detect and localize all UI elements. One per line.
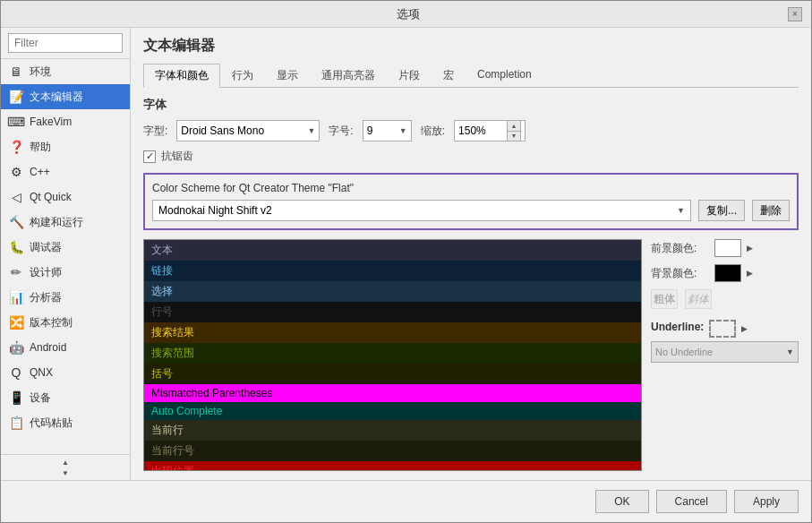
tab-4[interactable]: 片段	[387, 64, 432, 88]
tab-6[interactable]: Completion	[466, 64, 543, 88]
color-list-item[interactable]: 当前行	[144, 420, 641, 441]
font-select-arrow: ▼	[307, 126, 315, 135]
sidebar-label-qtquick: Qt Quick	[30, 191, 72, 203]
copy-button[interactable]: 复制...	[698, 200, 745, 221]
sidebar-label-android: Android	[30, 341, 66, 354]
tab-5[interactable]: 宏	[432, 64, 466, 88]
style-row: 粗体 斜体	[651, 289, 799, 309]
sidebar-icon-debugger: 🐛	[8, 239, 24, 255]
ok-button[interactable]: OK	[595, 490, 648, 513]
sidebar-item-cpp[interactable]: ⚙C++	[1, 159, 130, 184]
color-scheme-dropdown[interactable]: Modnokai Night Shift v2 ▼	[152, 200, 691, 221]
color-list-item[interactable]: 链接	[144, 261, 641, 281]
scroll-down-arrow[interactable]: ▼	[56, 467, 74, 478]
zoom-down[interactable]: ▼	[508, 132, 520, 141]
sidebar-label-text-editor: 文本编辑器	[30, 90, 83, 105]
color-list-item[interactable]: 搜索结果	[144, 322, 641, 343]
sidebar-item-clipboard[interactable]: 📋代码粘贴	[1, 410, 130, 435]
sidebar-label-analyzer: 分析器	[30, 290, 62, 305]
font-size-select[interactable]: 9 ▼	[363, 120, 412, 141]
color-list-item[interactable]: 出现位置	[144, 461, 641, 470]
filter-bar	[1, 28, 130, 59]
bold-button[interactable]: 粗体	[651, 289, 678, 309]
delete-button[interactable]: 删除	[752, 200, 790, 221]
tab-0[interactable]: 字体和颜色	[143, 64, 220, 88]
options-dialog: 选项 × 🖥环境📝文本编辑器⌨FakeVim❓帮助⚙C++◁Qt Quick🔨构…	[0, 0, 812, 523]
sidebar-label-cpp: C++	[30, 166, 50, 178]
color-list-item[interactable]: Auto Complete	[144, 402, 641, 420]
zoom-spinbox: ▲ ▼	[507, 120, 521, 141]
color-list-item[interactable]: 搜索范围	[144, 343, 641, 364]
right-panel: 前景颜色: ▶ 背景颜色: ▶ 粗体 斜体	[651, 239, 799, 471]
underline-select[interactable]: No Underline ▼	[651, 341, 799, 363]
sidebar-icon-analyzer: 📊	[8, 289, 24, 305]
antialias-row: ✓ 抗锯齿	[143, 149, 799, 164]
bg-color-swatch[interactable]	[714, 264, 741, 282]
sidebar-scroll: 🖥环境📝文本编辑器⌨FakeVim❓帮助⚙C++◁Qt Quick🔨构建和运行🐛…	[1, 59, 130, 454]
fg-arrow[interactable]: ▶	[747, 244, 753, 253]
sidebar-icon-cpp: ⚙	[8, 164, 24, 180]
zoom-label: 缩放:	[421, 124, 445, 139]
size-label: 字号:	[329, 124, 353, 139]
color-list-item[interactable]: 当前行号	[144, 441, 641, 461]
sidebar-icon-clipboard: 📋	[8, 415, 24, 431]
main-content: 文本编辑器 字体和颜色行为显示通用高亮器片段宏Completion 字体 字型:…	[131, 28, 811, 480]
sidebar-item-help[interactable]: ❓帮助	[1, 134, 130, 159]
font-type-select[interactable]: Droid Sans Mono ▼	[176, 120, 320, 141]
cancel-button[interactable]: Cancel	[656, 490, 727, 513]
sidebar-item-version-control[interactable]: 🔀版本控制	[1, 310, 130, 335]
tab-1[interactable]: 行为	[220, 64, 265, 88]
sidebar-label-environment: 环境	[30, 64, 51, 80]
tab-2[interactable]: 显示	[265, 64, 310, 88]
zoom-up[interactable]: ▲	[508, 121, 520, 132]
color-list-item[interactable]: 括号	[144, 364, 641, 384]
sidebar-icon-build-run: 🔨	[8, 214, 24, 230]
underline-arrow[interactable]: ▶	[741, 324, 748, 333]
sidebar-item-designer[interactable]: ✏设计师	[1, 260, 130, 285]
antialias-checkbox[interactable]: ✓	[143, 150, 156, 163]
sidebar-item-build-run[interactable]: 🔨构建和运行	[1, 210, 130, 235]
sidebar-item-debugger[interactable]: 🐛调试器	[1, 235, 130, 260]
bg-arrow[interactable]: ▶	[747, 269, 753, 278]
sidebar-item-android[interactable]: 🤖Android	[1, 335, 130, 360]
color-list-item[interactable]: 选择	[144, 281, 641, 302]
sidebar-icon-text-editor: 📝	[8, 89, 24, 105]
sidebar-item-qtquick[interactable]: ◁Qt Quick	[1, 184, 130, 210]
scroll-up-arrow[interactable]: ▲	[56, 457, 74, 467]
color-list-item[interactable]: 文本	[144, 240, 641, 261]
sidebar-label-build-run: 构建和运行	[30, 215, 83, 230]
underline-preview[interactable]	[709, 320, 736, 338]
underline-section: Underline: ▶ No Underline ▼	[651, 320, 799, 363]
sidebar-item-fakevim[interactable]: ⌨FakeVim	[1, 109, 130, 134]
close-button[interactable]: ×	[788, 7, 802, 21]
italic-button[interactable]: 斜体	[685, 289, 712, 309]
bg-color-row: 背景颜色: ▶	[651, 264, 799, 282]
color-scheme-title: Color Scheme for Qt Creator Theme "Flat"	[152, 182, 790, 194]
type-label: 字型:	[143, 124, 167, 139]
sidebar-item-analyzer[interactable]: 📊分析器	[1, 285, 130, 310]
color-list-item[interactable]: Mismatched Parentheses	[144, 384, 641, 402]
tabs-container: 字体和颜色行为显示通用高亮器片段宏Completion	[143, 63, 543, 87]
sidebar-label-version-control: 版本控制	[30, 315, 73, 330]
sidebar-item-text-editor[interactable]: 📝文本编辑器	[1, 84, 130, 109]
tab-3[interactable]: 通用高亮器	[310, 64, 387, 88]
sidebar-item-devices[interactable]: 📱设备	[1, 385, 130, 410]
fg-color-swatch[interactable]	[714, 239, 741, 257]
color-list-item[interactable]: 行号	[144, 302, 641, 322]
fg-label: 前景颜色:	[651, 241, 709, 256]
sidebar-label-qnx: QNX	[30, 366, 53, 379]
underline-label: Underline:	[651, 321, 704, 333]
zoom-select[interactable]: 150% ▲ ▼	[454, 120, 526, 141]
filter-input[interactable]	[8, 33, 123, 53]
sidebar-items: 🖥环境📝文本编辑器⌨FakeVim❓帮助⚙C++◁Qt Quick🔨构建和运行🐛…	[1, 59, 130, 435]
color-list[interactable]: 文本链接选择行号搜索结果搜索范围括号Mismatched Parentheses…	[144, 240, 641, 470]
sidebar: 🖥环境📝文本编辑器⌨FakeVim❓帮助⚙C++◁Qt Quick🔨构建和运行🐛…	[1, 28, 131, 480]
sidebar-icon-environment: 🖥	[8, 64, 24, 80]
dialog-title: 选项	[28, 6, 788, 22]
sidebar-item-environment[interactable]: 🖥环境	[1, 59, 130, 84]
apply-button[interactable]: Apply	[734, 490, 799, 513]
sidebar-item-qnx[interactable]: QQNX	[1, 360, 130, 385]
underline-select-arrow: ▼	[786, 347, 794, 356]
title-bar: 选项 ×	[1, 1, 811, 28]
sidebar-scroll-arrows: ▲ ▼	[1, 454, 130, 480]
